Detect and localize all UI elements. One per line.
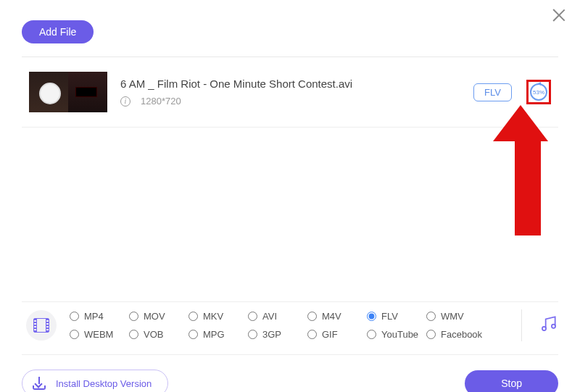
format-label: FLV [381,311,398,322]
format-radio[interactable] [426,312,436,321]
format-label: WEBM [84,329,113,340]
format-radio[interactable] [188,312,198,321]
format-label: MKV [203,311,223,322]
format-label: MP4 [84,311,104,322]
audio-category-button[interactable] [521,309,558,341]
format-label: MOV [144,311,165,322]
add-file-button[interactable]: Add File [22,20,94,43]
format-option-3gp[interactable]: 3GP [248,329,307,340]
install-label: Install Desktop Version [56,378,152,389]
format-option-mpg[interactable]: MPG [188,329,248,340]
stop-button[interactable]: Stop [465,370,558,392]
format-radio[interactable] [129,312,138,321]
format-option-flv[interactable]: FLV [367,311,426,322]
format-radio[interactable] [188,330,198,339]
bottom-bar: Install Desktop Version Stop [22,354,558,392]
video-thumbnail[interactable] [29,72,107,112]
format-radio[interactable] [248,312,257,321]
file-info: 6 AM _ Film Riot - One Minute Short Cont… [120,78,473,107]
format-radio[interactable] [129,330,138,339]
format-option-facebook[interactable]: Facebook [426,329,486,340]
format-tag[interactable]: FLV [473,83,512,101]
format-label: Facebook [441,329,482,340]
format-radio[interactable] [70,312,79,321]
format-radio[interactable] [426,330,436,339]
download-icon [33,377,46,390]
format-radio[interactable] [367,312,376,321]
film-icon [33,318,49,333]
format-radio[interactable] [248,330,257,339]
format-option-mp4[interactable]: MP4 [70,311,129,322]
format-label: YouTube [381,329,418,340]
format-option-mkv[interactable]: MKV [188,311,248,322]
format-option-gif[interactable]: GIF [307,329,367,340]
formats-section: MP4MOVMKVAVIM4VFLVWMVWEBMVOBMPG3GPGIFYou… [22,301,558,349]
video-category-button[interactable] [26,310,57,341]
format-option-mov[interactable]: MOV [129,311,188,322]
svg-point-0 [542,327,546,330]
format-option-webm[interactable]: WEBM [70,329,129,340]
music-icon [539,314,558,336]
format-radio[interactable] [367,330,376,339]
format-label: AVI [262,311,277,322]
format-label: WMV [441,311,464,322]
progress-text: 53% [533,89,544,96]
install-desktop-button[interactable]: Install Desktop Version [22,370,168,392]
info-icon[interactable]: i [120,96,130,107]
format-option-avi[interactable]: AVI [248,311,307,322]
format-label: 3GP [262,329,281,340]
format-radio[interactable] [70,330,79,339]
annotation-arrow [508,105,548,235]
progress-highlight-box: 53% [526,80,551,104]
format-option-wmv[interactable]: WMV [426,311,486,322]
format-label: GIF [322,329,338,340]
format-option-vob[interactable]: VOB [129,329,188,340]
format-radio[interactable] [307,330,317,339]
format-option-youtube[interactable]: YouTube [367,329,426,340]
format-label: VOB [144,329,163,340]
progress-spinner-icon: 53% [530,83,547,101]
svg-point-1 [552,325,555,328]
format-label: MPG [203,329,225,340]
format-radio[interactable] [307,312,317,321]
close-button[interactable] [551,7,567,23]
file-resolution: 1280*720 [141,96,181,107]
format-label: M4V [322,311,341,322]
file-title: 6 AM _ Film Riot - One Minute Short Cont… [120,78,473,90]
file-row: 6 AM _ Film Riot - One Minute Short Cont… [22,57,558,128]
format-option-m4v[interactable]: M4V [307,311,367,322]
